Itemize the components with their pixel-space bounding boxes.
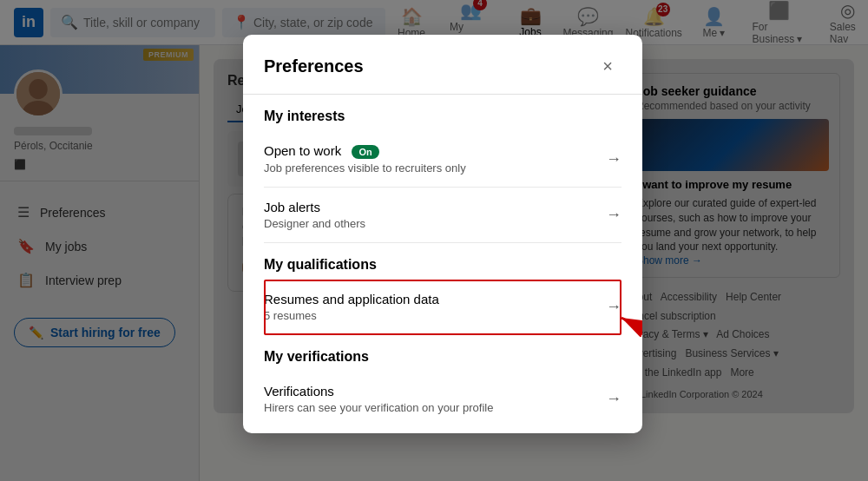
section-interests-title: My interests	[264, 95, 621, 131]
verifications-info: Verifications Hirers can see your verifi…	[264, 384, 606, 414]
job-alerts-arrow: →	[606, 206, 621, 224]
verifications-row[interactable]: Verifications Hirers can see your verifi…	[264, 372, 621, 426]
job-alerts-row[interactable]: Job alerts Designer and others →	[264, 188, 621, 243]
modal-body: My interests Open to work On Job prefere…	[243, 95, 642, 433]
toggle-on-badge: On	[352, 145, 378, 159]
open-to-work-arrow: →	[606, 150, 621, 168]
modal-header: Preferences ×	[243, 35, 642, 95]
resumes-sub: 5 resumes	[264, 309, 606, 322]
verifications-sub: Hirers can see your verification on your…	[264, 401, 606, 414]
job-alerts-info: Job alerts Designer and others	[264, 200, 606, 230]
section-verifications-title: My verifications	[264, 335, 621, 372]
modal-close-button[interactable]: ×	[594, 52, 621, 80]
resumes-arrow: →	[606, 298, 621, 316]
open-to-work-sub: Job preferences visible to recruiters on…	[264, 161, 606, 175]
verifications-label: Verifications	[264, 384, 606, 399]
modal-title: Preferences	[264, 56, 364, 76]
open-to-work-info: Open to work On Job preferences visible …	[264, 143, 606, 175]
resumes-label: Resumes and application data	[264, 292, 606, 306]
open-to-work-label: Open to work On	[264, 143, 606, 159]
resumes-row[interactable]: Resumes and application data 5 resumes →	[264, 280, 621, 335]
section-qualifications-title: My qualifications	[264, 243, 621, 280]
job-alerts-sub: Designer and others	[264, 217, 606, 230]
preferences-modal: Preferences × My interests Open to work …	[243, 35, 642, 433]
resumes-info: Resumes and application data 5 resumes	[264, 292, 606, 322]
verifications-arrow: →	[606, 390, 621, 408]
open-to-work-row[interactable]: Open to work On Job preferences visible …	[264, 131, 621, 188]
job-alerts-label: Job alerts	[264, 200, 606, 214]
